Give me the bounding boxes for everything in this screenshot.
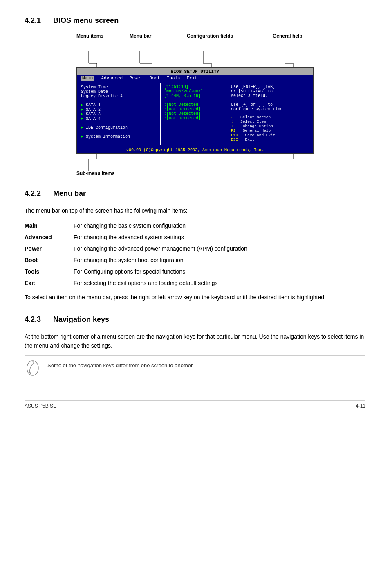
bios-val-date: [Mon 06/20/2007] [164, 89, 226, 94]
menu-bar-table: MainFor changing the basic system config… [25, 220, 365, 289]
label-menu-items: Menu items [76, 33, 103, 39]
bios-menu-main: Main [81, 76, 94, 81]
bios-help-text: Use [ENTER], [TAB] or [SHIFT-TAB] to sel… [231, 85, 309, 112]
connector-lines [76, 51, 314, 67]
section-421-heading: 4.2.1 BIOS menu screen [25, 16, 365, 25]
menu-item-name: Main [25, 220, 74, 231]
note-icon [25, 360, 41, 379]
page-footer: ASUS P5B SE 4-11 [25, 400, 365, 409]
section-421-num: 4.2.1 [25, 16, 41, 25]
section-423-heading: 4.2.3 Navigation keys [25, 315, 365, 324]
bios-item-sysinfo: ► System Information [81, 135, 159, 139]
bios-footer: v00.00 (C)Copyright 1985-2002, American … [77, 147, 313, 153]
bios-menubar: Main Advanced Power Boot Tools Exit [77, 75, 313, 81]
label-general-help: General help [273, 33, 303, 39]
section-422-outro: To select an item on the menu bar, press… [25, 293, 365, 302]
bios-item-sata2: ► SATA 2 [81, 108, 159, 112]
menu-table-row: BootFor changing the system boot configu… [25, 254, 365, 266]
bios-body: System Time System Date Legacy Diskette … [77, 81, 313, 147]
bios-val-sata1: :[Not Detected [164, 103, 226, 107]
bios-screen-header: BIOS SETUP UTILITY [77, 68, 313, 75]
section-422-title: Menu bar [53, 189, 86, 197]
section-423-num: 4.2.3 [25, 315, 41, 323]
bottom-annotations: Sub-menu items Navigation keys [76, 171, 314, 176]
menu-item-desc: For changing the advanced system setting… [74, 231, 365, 243]
bios-item-legacy-diskette: Legacy Diskette A [81, 94, 159, 99]
menu-item-name: Advanced [25, 231, 74, 243]
bios-val-sata3: :[Not Detected] [164, 112, 226, 116]
section-421: 4.2.1 BIOS menu screen Menu items Menu b… [25, 16, 365, 176]
menu-item-desc: For changing the basic system configurat… [74, 220, 365, 231]
section-422-heading: 4.2.2 Menu bar [25, 189, 365, 198]
bios-item-sata1: ► SATA 1 [81, 103, 159, 108]
section-423-intro: At the bottom right corner of a menu scr… [25, 332, 365, 350]
menu-item-name: Power [25, 243, 74, 254]
bios-screen: BIOS SETUP UTILITY Main Advanced Power B… [76, 67, 314, 154]
bottom-connectors [76, 154, 314, 171]
bios-val-diskette: [1.44M, 3.5 in] [164, 94, 226, 98]
top-annotations: Menu items Menu bar Configuration fields… [76, 33, 314, 51]
menu-item-desc: For changing the system boot configurati… [74, 254, 365, 266]
bios-item-system-date: System Date [81, 90, 159, 94]
bios-mid-col: [11:51:19] [Mon 06/20/2007] [1.44M, 3.5 … [162, 83, 228, 145]
bios-item-system-time: System Time [81, 85, 159, 90]
bios-menu-exit: Exit [187, 76, 197, 81]
menu-table-row: AdvancedFor changing the advanced system… [25, 231, 365, 243]
bios-nav-keys: ↔ Select Screen ↕ Select Item +- Change … [231, 115, 309, 142]
bios-item-sata4: ► SATA 4 [81, 117, 159, 121]
section-422-intro: The menu bar on top of the screen has th… [25, 206, 365, 215]
note-text: Some of the navigation keys differ from … [47, 360, 194, 368]
footer-left: ASUS P5B SE [25, 403, 56, 409]
bios-val-sata4: :[Not Detected] [164, 116, 226, 121]
menu-item-name: Exit [25, 277, 74, 289]
bios-menu-tools: Tools [167, 76, 180, 81]
section-422-num: 4.2.2 [25, 189, 41, 197]
menu-item-desc: For changing the advanced power manageme… [74, 243, 365, 254]
bios-val-sata2: :[Not Detected] [164, 107, 226, 112]
label-menu-bar: Menu bar [130, 33, 151, 39]
section-423-title: Navigation keys [53, 315, 109, 323]
section-421-title: BIOS menu screen [53, 16, 119, 25]
label-config-fields: Configuration fields [187, 33, 233, 39]
bios-menu-boot: Boot [149, 76, 160, 81]
svg-point-18 [27, 361, 38, 375]
menu-item-name: Boot [25, 254, 74, 266]
label-sub-menu-items: Sub-menu items [76, 171, 114, 176]
bios-item-sata3: ► SATA 3 [81, 112, 159, 117]
section-423: 4.2.3 Navigation keys At the bottom righ… [25, 315, 365, 384]
menu-table-row: ExitFor selecting the exit options and l… [25, 277, 365, 289]
bios-right-col: Use [ENTER], [TAB] or [SHIFT-TAB] to sel… [229, 83, 311, 145]
menu-table-row: MainFor changing the basic system config… [25, 220, 365, 231]
menu-table-row: PowerFor changing the advanced power man… [25, 243, 365, 254]
bios-val-time: [11:51:19] [164, 85, 226, 89]
bios-menu-power: Power [129, 76, 143, 81]
bios-menu-advanced: Advanced [101, 76, 123, 81]
section-422: 4.2.2 Menu bar The menu bar on top of th… [25, 189, 365, 302]
bios-left-col: System Time System Date Legacy Diskette … [79, 83, 161, 145]
menu-item-desc: For Configuring options for special func… [74, 266, 365, 277]
connector-svg [76, 51, 314, 67]
note-box: Some of the navigation keys differ from … [25, 355, 365, 384]
bottom-connector-svg [76, 154, 314, 171]
menu-item-desc: For selecting the exit options and loadi… [74, 277, 365, 289]
bios-item-ide: ► IDE Configuration [81, 126, 159, 130]
menu-item-name: Tools [25, 266, 74, 277]
bios-diagram: Menu items Menu bar Configuration fields… [25, 33, 365, 176]
menu-table-row: ToolsFor Configuring options for special… [25, 266, 365, 277]
svg-line-21 [30, 371, 31, 374]
footer-right: 4-11 [356, 403, 365, 409]
